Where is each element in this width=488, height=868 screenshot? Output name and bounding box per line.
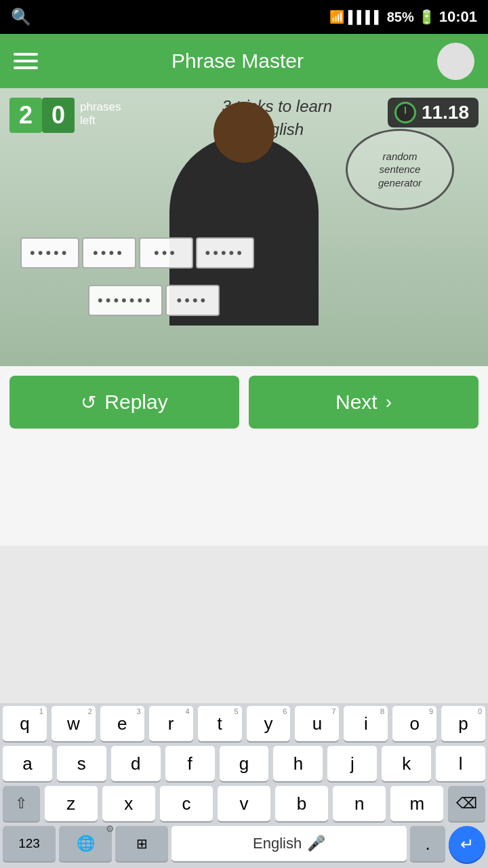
emoji-key[interactable]: ⊞: [115, 826, 168, 861]
shift-key[interactable]: ⇧: [3, 786, 40, 821]
person-head: [214, 102, 274, 163]
next-icon: ›: [386, 391, 392, 413]
menu-button[interactable]: [14, 53, 38, 69]
video-background: 3 tricks to learn English random sentenc…: [0, 88, 488, 366]
key-v[interactable]: v: [218, 786, 270, 821]
keyboard-row-1: 1q 2w 3e 4r 5t 6y 7u 8i 9o 0p: [0, 706, 488, 741]
key-c[interactable]: c: [160, 786, 213, 821]
emoji-icon: ⊞: [136, 835, 148, 852]
key-g[interactable]: g: [220, 746, 269, 781]
mic-icon: 🎤: [307, 835, 325, 852]
key-h[interactable]: h: [273, 746, 323, 781]
key-y[interactable]: 6y: [247, 706, 291, 741]
key-z[interactable]: z: [45, 786, 98, 821]
action-buttons-bar: ↺ Replay Next ›: [0, 366, 488, 437]
key-x[interactable]: x: [102, 786, 155, 821]
phrases-badge: 2 0 phrasesleft: [9, 98, 121, 133]
time-display: 10:01: [439, 8, 477, 26]
keyboard-row-2: a s d f g h j k l: [0, 746, 488, 781]
timer-value: 11.18: [422, 102, 469, 123]
puzzle-piece-1-3[interactable]: •••: [139, 237, 193, 269]
phrases-label: phrasesleft: [80, 98, 121, 128]
rsg-label: random sentence generator: [378, 150, 422, 190]
status-search: 🔍: [11, 7, 31, 26]
hamburger-line1: [14, 53, 38, 56]
key-b[interactable]: b: [275, 786, 328, 821]
status-bar: 🔍 📶 ▌▌▌▌ 85% 🔋 10:01: [0, 0, 488, 34]
backspace-key[interactable]: ⌫: [448, 786, 485, 821]
key-w[interactable]: 2w: [52, 706, 96, 741]
key-u[interactable]: 7u: [295, 706, 339, 741]
puzzle-piece-1-4[interactable]: •••••: [196, 237, 255, 269]
empty-area: [0, 437, 488, 546]
key-p[interactable]: 0p: [441, 706, 485, 741]
app-header: Phrase Master: [0, 34, 488, 88]
keyboard-row-3: ⇧ z x c v b n m ⌫: [0, 786, 488, 821]
enter-key[interactable]: ↵: [449, 826, 485, 863]
puzzle-piece-2-2[interactable]: ••••: [165, 285, 220, 316]
key-j[interactable]: j: [327, 746, 377, 781]
puzzle-piece-2-1[interactable]: •••••••: [88, 285, 163, 316]
key-m[interactable]: m: [390, 786, 443, 821]
dot-key[interactable]: .: [410, 826, 445, 861]
phrases-count-ones: 0: [42, 98, 75, 133]
replay-icon: ↺: [81, 391, 96, 414]
battery-percent: 85%: [387, 9, 414, 25]
puzzle-row-1: ••••• •••• ••• •••••: [20, 237, 254, 269]
key-s[interactable]: s: [57, 746, 106, 781]
key-e[interactable]: 3e: [100, 706, 144, 741]
enter-icon: ↵: [460, 835, 474, 854]
globe-icon: 🌐: [77, 835, 95, 852]
key-o[interactable]: 9o: [392, 706, 436, 741]
key-i[interactable]: 8i: [344, 706, 388, 741]
avatar[interactable]: [437, 43, 474, 80]
hamburger-line2: [14, 60, 38, 62]
timer-badge: 11.18: [388, 98, 479, 127]
key-l[interactable]: l: [436, 746, 485, 781]
timer-icon: [394, 102, 416, 123]
wifi-icon: 📶: [329, 9, 344, 24]
status-right: 📶 ▌▌▌▌ 85% 🔋 10:01: [329, 8, 477, 26]
space-label: English: [253, 835, 302, 852]
app-title: Phrase Master: [171, 50, 304, 73]
key-q[interactable]: 1q: [3, 706, 47, 741]
key-a[interactable]: a: [3, 746, 52, 781]
key-k[interactable]: k: [382, 746, 431, 781]
puzzle-piece-1-2[interactable]: ••••: [82, 237, 136, 269]
language-key[interactable]: 🌐 ⚙: [59, 826, 112, 861]
replay-label: Replay: [104, 391, 167, 414]
hamburger-line3: [14, 66, 38, 69]
key-d[interactable]: d: [111, 746, 161, 781]
next-button[interactable]: Next ›: [249, 376, 479, 429]
key-f[interactable]: f: [165, 746, 215, 781]
phrases-count-tens: 2: [9, 98, 42, 133]
key-t[interactable]: 5t: [198, 706, 242, 741]
gear-icon: ⚙: [106, 823, 115, 834]
puzzle-piece-1-1[interactable]: •••••: [20, 237, 79, 269]
space-key[interactable]: English 🎤: [171, 826, 407, 861]
keyboard-row-4: 123 🌐 ⚙ ⊞ English 🎤 . ↵: [0, 826, 488, 863]
key-n[interactable]: n: [333, 786, 386, 821]
keyboard: 1q 2w 3e 4r 5t 6y 7u 8i 9o 0p a s d f g …: [0, 703, 488, 868]
rsg-circle: random sentence generator: [346, 129, 454, 210]
replay-button[interactable]: ↺ Replay: [9, 376, 239, 429]
search-icon: 🔍: [11, 7, 31, 26]
signal-icon: ▌▌▌▌: [348, 10, 383, 24]
video-area: 3 tricks to learn English random sentenc…: [0, 88, 488, 366]
puzzle-row-2: ••••••• ••••: [88, 285, 220, 316]
key-r[interactable]: 4r: [149, 706, 193, 741]
key-123[interactable]: 123: [3, 826, 56, 861]
next-label: Next: [336, 391, 378, 414]
battery-icon: 🔋: [418, 9, 435, 25]
